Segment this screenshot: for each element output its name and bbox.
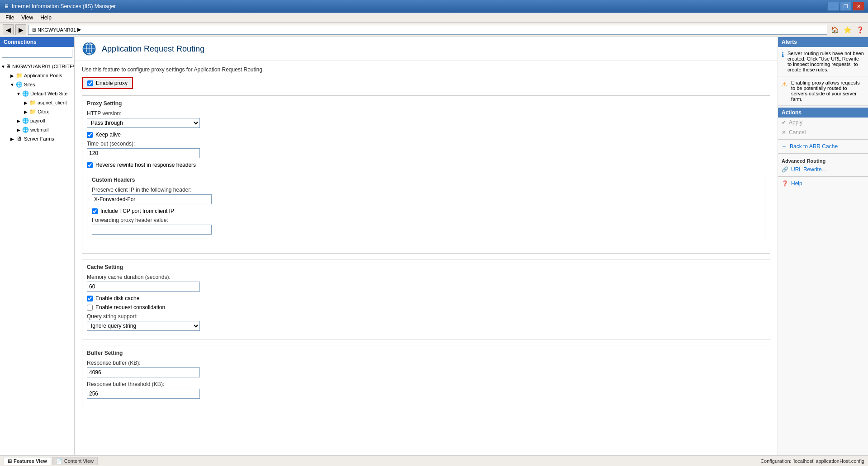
right-panel: Alerts ℹ Server routing rules have not b… [778,37,868,455]
actions-divider [778,139,868,140]
info-icon: ℹ [782,51,784,58]
preserve-ip-row: Preserve client IP in the following head… [92,187,760,204]
expand-webmail[interactable]: ▶ [15,127,22,132]
tree-item-defaultweb[interactable]: ▼ 🌐 Default Web Site [0,89,74,98]
titlebar: 🖥 Internet Information Services (IIS) Ma… [0,0,868,13]
reverse-rewrite-label: Reverse rewrite host in response headers [95,162,196,168]
menu-help[interactable]: Help [37,14,55,22]
tree-item-webmail[interactable]: ▶ 🌐 webmail [0,125,74,134]
alert-info: ℹ Server routing rules have not been cre… [778,47,868,76]
apppools-icon: 📁 [15,72,23,79]
forward-button[interactable]: ▶ [15,24,26,35]
forwarding-input[interactable] [92,225,212,235]
help-icon-toolbar[interactable]: ❓ [854,24,865,35]
enable-proxy-checkbox[interactable] [87,80,93,86]
help-action[interactable]: ❓ Help [778,179,868,188]
cache-setting-section: Cache Setting Memory cache duration (sec… [82,259,770,339]
keep-alive-row: Keep alive [87,132,765,138]
close-button[interactable]: ✕ [853,2,864,11]
root-label: NKGWYUANR01 (CITRITE\yu... [12,64,74,69]
memory-cache-label: Memory cache duration (seconds): [87,274,765,280]
expand-defaultweb[interactable]: ▼ [15,91,22,96]
memory-cache-row: Memory cache duration (seconds): [87,274,765,292]
response-threshold-row: Response buffer threshold (KB): [87,381,765,399]
sites-label: Sites [24,82,35,87]
menu-view[interactable]: View [18,14,37,22]
keep-alive-label: Keep alive [95,132,121,138]
response-buffer-row: Response buffer (KB): [87,360,765,377]
defaultweb-label: Default Web Site [30,91,67,96]
tree-item-root[interactable]: ▼ 🖥 NKGWYUANR01 (CITRITE\yu... [0,62,74,71]
help-action-icon: ❓ [782,180,788,187]
url-rewrite-icon: 🔗 [782,166,788,173]
minimize-button[interactable]: — [827,2,839,11]
tree-item-sites[interactable]: ▼ 🌐 Sites [0,80,74,89]
timeout-input[interactable] [87,148,200,158]
tree-item-citrix[interactable]: ▶ 📁 Citrix [0,107,74,116]
preserve-ip-input[interactable] [92,194,212,204]
apply-action[interactable]: ✔ Apply [778,118,868,127]
sidebar: Connections ▼ 🖥 NKGWYUANR01 (CITRITE\yu.… [0,37,75,455]
expand-apppools[interactable]: ▶ [9,73,15,78]
content-header: Application Request Routing [75,37,778,61]
advanced-divider [778,153,868,154]
address-bar: 🖥 NKGWYUANR01 ▶ [28,25,827,35]
expand-payroll[interactable]: ▶ [15,118,22,123]
response-buffer-label: Response buffer (KB): [87,360,765,366]
keep-alive-checkbox[interactable] [87,132,93,138]
enable-disk-checkbox[interactable] [87,296,93,301]
timeout-row: Time-out (seconds): [87,141,765,158]
home-icon[interactable]: 🏠 [829,24,840,35]
expand-aspnet[interactable]: ▶ [23,100,29,105]
response-buffer-input[interactable] [87,367,200,377]
enable-disk-row: Enable disk cache [87,295,765,301]
webmail-label: webmail [30,127,48,132]
http-version-select[interactable]: Pass through HTTP/1.0 HTTP/1.1 [87,118,200,128]
content-view-tab[interactable]: 📄 Content View [52,457,98,465]
titlebar-title: Internet Information Services (IIS) Mana… [12,3,116,9]
expand-serverfarms[interactable]: ▶ [9,137,15,141]
expand-sites[interactable]: ▼ [9,82,15,87]
back-arr-label: Back to ARR Cache [790,143,838,150]
tree-item-aspnet[interactable]: ▶ 📁 aspnet_client [0,98,74,107]
expand-citrix[interactable]: ▶ [23,109,29,114]
page-title: Application Request Routing [102,44,204,54]
http-version-label: HTTP version: [87,110,765,117]
features-view-tab[interactable]: ⊞ Features View [4,457,51,465]
enable-proxy-container[interactable]: Enable proxy [82,77,133,89]
preserve-ip-label: Preserve client IP in the following head… [92,187,760,193]
reverse-rewrite-checkbox[interactable] [87,162,93,168]
http-version-row: HTTP version: Pass through HTTP/1.0 HTTP… [87,110,765,128]
main-layout: Connections ▼ 🖥 NKGWYUANR01 (CITRITE\yu.… [0,37,868,455]
query-string-select[interactable]: Ignore query string Include query string… [87,321,200,331]
back-button[interactable]: ◀ [3,24,14,35]
response-threshold-label: Response buffer threshold (KB): [87,381,765,387]
sidebar-search-input[interactable] [2,49,72,58]
star-icon[interactable]: ⭐ [842,24,853,35]
tree-item-payroll[interactable]: ▶ 🌐 payroll [0,116,74,125]
cancel-icon: ✕ [782,129,786,136]
content-description: Use this feature to configure proxy sett… [82,66,770,73]
alert-info-text: Server routing rules have not been creat… [787,51,864,72]
cancel-label: Cancel [789,129,806,136]
actions-header: Actions [778,108,868,118]
url-rewrite-action[interactable]: 🔗 URL Rewrite... [778,165,868,174]
memory-cache-input[interactable] [87,282,200,292]
alerts-header: Alerts [778,37,868,47]
menu-file[interactable]: File [2,14,18,22]
advanced-routing-label: Advanced Routing [778,155,868,165]
back-arr-action[interactable]: ← Back to ARR Cache [778,141,868,151]
tree-item-serverfarms[interactable]: ▶ 🖥 Server Farms [0,134,74,143]
include-tcp-checkbox[interactable] [92,208,98,214]
buffer-setting-label: Buffer Setting [87,350,765,356]
app-icon: 🖥 [4,3,9,9]
response-threshold-input[interactable] [87,389,200,399]
tree-item-apppools[interactable]: ▶ 📁 Application Pools [0,71,74,80]
query-string-label: Query string support: [87,313,765,320]
restore-button[interactable]: ❐ [840,2,852,11]
payroll-icon: 🌐 [22,117,29,124]
config-path: Configuration: 'localhost' applicationHo… [760,458,864,464]
root-icon: 🖥 [5,63,11,70]
expand-root[interactable]: ▼ [1,64,5,69]
enable-consolidation-checkbox[interactable] [87,305,93,311]
